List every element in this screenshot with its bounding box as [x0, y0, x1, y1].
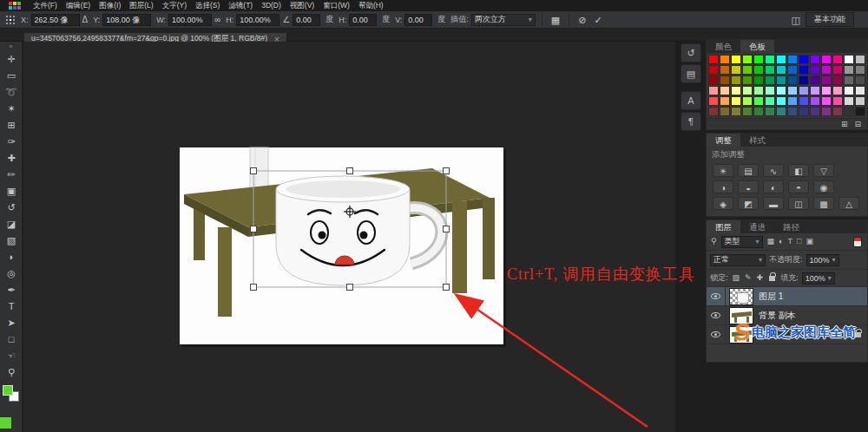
swatch-7[interactable] [787, 55, 798, 64]
tab-channels[interactable]: 通道 [740, 220, 774, 233]
transform-handle[interactable] [444, 226, 450, 232]
transform-handle[interactable] [347, 285, 353, 291]
lock-all-icon[interactable] [769, 276, 775, 281]
swatch-82[interactable] [844, 107, 854, 116]
clone-stamp-tool[interactable]: ▣ [0, 183, 23, 200]
menu-item-6[interactable]: 滤镜(T) [224, 0, 257, 11]
gradient-tool[interactable]: ▧ [0, 232, 23, 249]
adj-threshold-icon[interactable]: ◫ [788, 197, 809, 210]
filter-smart-objects-icon[interactable]: ▣ [805, 236, 814, 247]
adj-color-balance-icon[interactable]: ◒ [738, 180, 759, 193]
delete-swatch-icon[interactable]: ⊟ [853, 119, 862, 130]
filter-adjustment-layers-icon[interactable]: ◐ [778, 236, 784, 247]
adj-levels-icon[interactable]: ▤ [738, 164, 759, 177]
adj-gradient-map-icon[interactable]: ▩ [813, 197, 834, 210]
swatch-42[interactable] [708, 86, 719, 95]
swatch-27[interactable] [855, 65, 865, 75]
menu-item-3[interactable]: 图层(L) [125, 0, 157, 11]
adj-brightness-contrast-icon[interactable]: ☀ [713, 164, 733, 177]
tab-adjustments[interactable]: 调整 [707, 134, 740, 147]
rectangular-marquee-tool[interactable]: ▭ [0, 68, 23, 84]
swatch-22[interactable] [799, 65, 809, 75]
blur-tool[interactable]: ◗ [0, 249, 23, 265]
swatch-24[interactable] [821, 65, 832, 75]
swatch-43[interactable] [720, 86, 730, 95]
swatch-39[interactable] [832, 75, 843, 85]
adj-exposure-icon[interactable]: ◧ [788, 164, 809, 177]
swatch-11[interactable] [832, 55, 843, 64]
new-swatch-icon[interactable]: ⊞ [840, 119, 849, 130]
swatch-45[interactable] [742, 86, 753, 95]
layer-filter-toggle[interactable] [853, 237, 862, 247]
swatch-69[interactable] [855, 96, 865, 106]
swatch-18[interactable] [753, 65, 764, 75]
swatch-13[interactable] [855, 55, 865, 64]
swatch-76[interactable] [776, 107, 786, 116]
swatch-46[interactable] [753, 86, 764, 95]
menu-item-7[interactable]: 3D(D) [257, 0, 286, 11]
swatch-9[interactable] [810, 55, 820, 64]
swatch-6[interactable] [776, 55, 786, 64]
horizontal-skew-field[interactable]: 0.00 [349, 14, 377, 26]
adj-hue-saturation-icon[interactable]: ◑ [713, 180, 733, 193]
brush-tool[interactable]: ✏ [0, 167, 23, 183]
transform-handle[interactable] [251, 285, 257, 291]
path-selection-tool[interactable]: ➤ [0, 315, 23, 331]
blend-mode-select[interactable]: 正常 ▾ [710, 254, 766, 266]
transform-handle[interactable] [444, 168, 450, 174]
transform-handle[interactable] [251, 226, 257, 232]
crop-tool[interactable]: ⊞ [0, 117, 23, 134]
quick-selection-tool[interactable]: ✶ [0, 101, 23, 117]
horizontal-type-tool[interactable]: T [0, 298, 23, 315]
swatch-30[interactable] [731, 75, 741, 85]
swatch-10[interactable] [821, 55, 832, 64]
filter-pixel-layers-icon[interactable]: ▦ [766, 236, 776, 247]
swatch-8[interactable] [799, 55, 809, 64]
swatch-14[interactable] [708, 65, 719, 75]
swatch-70[interactable] [708, 107, 719, 116]
swatch-56[interactable] [708, 96, 719, 106]
swatch-36[interactable] [799, 75, 809, 85]
swatch-78[interactable] [799, 107, 809, 116]
swatch-17[interactable] [742, 65, 753, 75]
adj-black-white-icon[interactable]: ◐ [763, 180, 784, 193]
swatch-3[interactable] [742, 55, 753, 64]
menu-item-9[interactable]: 窗口(W) [319, 0, 354, 11]
filter-shape-layers-icon[interactable]: □ [796, 236, 802, 247]
swatch-58[interactable] [731, 96, 741, 106]
tab-layers[interactable]: 图层 [707, 220, 740, 233]
menu-item-1[interactable]: 编辑(E) [62, 0, 95, 11]
adj-posterize-icon[interactable]: ▬ [763, 197, 784, 210]
swatch-28[interactable] [708, 75, 719, 85]
transform-handle[interactable] [347, 168, 353, 174]
lasso-tool[interactable]: ➰ [0, 84, 23, 101]
eraser-tool[interactable]: ◪ [0, 216, 23, 232]
adj-channel-mixer-icon[interactable]: ◉ [813, 180, 834, 193]
swatch-63[interactable] [787, 96, 798, 106]
move-tool[interactable]: ✛ [0, 51, 23, 68]
properties-panel-icon[interactable]: ▤ [681, 64, 701, 83]
swatch-50[interactable] [799, 86, 809, 95]
history-panel-icon[interactable]: ↺ [681, 43, 701, 62]
opacity-field[interactable]: 100% ▾ [806, 254, 839, 266]
swatch-47[interactable] [765, 86, 775, 95]
swatch-1[interactable] [720, 55, 730, 64]
swatch-32[interactable] [753, 75, 764, 85]
swatch-34[interactable] [776, 75, 786, 85]
swatch-26[interactable] [844, 65, 854, 75]
canvas-area[interactable] [23, 42, 675, 432]
swatch-60[interactable] [753, 96, 764, 106]
swatch-65[interactable] [810, 96, 820, 106]
swatch-38[interactable] [821, 75, 832, 85]
fill-field[interactable]: 100% ▾ [802, 272, 835, 285]
filter-type-layers-icon[interactable]: T [787, 236, 794, 247]
link-dimensions-icon[interactable]: ∞ [214, 14, 220, 26]
menu-item-2[interactable]: 图像(I) [95, 0, 125, 11]
foreground-color-swatch[interactable] [3, 385, 13, 396]
swatch-37[interactable] [810, 75, 820, 85]
swatch-44[interactable] [731, 86, 741, 95]
adj-curves-icon[interactable]: ∿ [763, 164, 784, 177]
rotation-field[interactable]: 0.00 [293, 14, 320, 26]
tab-color[interactable]: 颜色 [707, 40, 740, 53]
layer-name[interactable]: 图层 1 [759, 291, 863, 303]
